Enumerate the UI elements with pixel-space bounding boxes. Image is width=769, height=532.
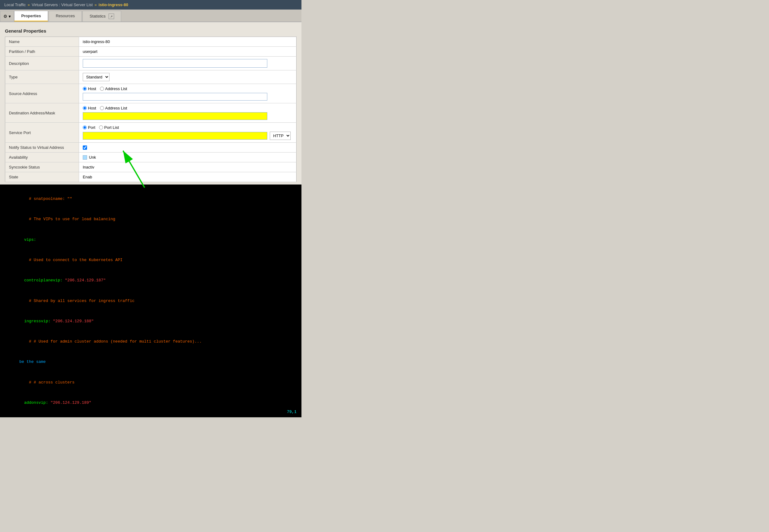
main-content: General Properties Name istio-ingress-80…	[0, 22, 301, 185]
description-label: Description	[5, 57, 79, 70]
source-addresslist-label: Address List	[105, 86, 127, 91]
service-port-label: Service Port	[5, 123, 79, 143]
description-input[interactable]	[83, 59, 267, 68]
section-title: General Properties	[5, 28, 297, 34]
table-row-availability: Availability Unk	[5, 153, 297, 162]
port-input[interactable]: 80	[83, 132, 267, 140]
notify-cell	[79, 143, 297, 153]
breadcrumb-arrow2: »	[94, 2, 97, 7]
availability-label: Availability	[5, 153, 79, 162]
breadcrumb-virtual-servers: Virtual Servers : Virtual Server List	[32, 2, 93, 7]
terminal-line-3: vips:	[5, 230, 297, 250]
dest-radio-group: Host Address List	[83, 106, 293, 110]
state-label: State	[5, 172, 79, 182]
table-row-name: Name istio-ingress-80	[5, 37, 297, 47]
terminal-line-11: addonsvip: "206.124.129.189"	[5, 393, 297, 413]
tab-resources[interactable]: Resources	[49, 11, 82, 22]
destination-address-input[interactable]: 206.124.129.188	[83, 112, 267, 120]
dest-addresslist-label: Address List	[105, 106, 127, 110]
table-row-notify: Notify Status to Virtual Address	[5, 143, 297, 153]
state-value: Enab	[79, 172, 297, 182]
dest-host-radio-label[interactable]: Host	[83, 106, 96, 110]
type-cell: Standard	[79, 70, 297, 84]
availability-value-cell: Unk	[83, 155, 293, 160]
port-list-radio-label[interactable]: Port List	[99, 125, 119, 130]
port-radio-label[interactable]: Port	[83, 125, 95, 130]
table-row-destination: Destination Address/Mask Host Address Li…	[5, 103, 297, 123]
destination-label: Destination Address/Mask	[5, 103, 79, 123]
dest-host-label: Host	[88, 106, 96, 110]
table-row-source: Source Address Host Address List 0.0.0.0…	[5, 84, 297, 103]
dest-host-radio[interactable]	[83, 106, 87, 110]
terminal-line-9: be the same	[5, 352, 297, 372]
notify-checkbox[interactable]	[83, 145, 87, 150]
tab-statistics[interactable]: Statistics ↗	[82, 11, 121, 22]
syncookie-value: Inactiv	[79, 162, 297, 172]
syncookie-label: Syncookie Status	[5, 162, 79, 172]
availability-value: Unk	[89, 155, 96, 160]
name-value: istio-ingress-80	[79, 37, 297, 47]
port-list-radio[interactable]	[99, 125, 103, 129]
tab-properties[interactable]: Properties	[14, 11, 48, 22]
port-label: Port	[88, 125, 95, 130]
header-breadcrumb: Local Traffic » Virtual Servers : Virtua…	[0, 0, 301, 10]
source-host-radio-label[interactable]: Host	[83, 86, 96, 91]
properties-table: Name istio-ingress-80 Partition / Path u…	[5, 37, 297, 182]
terminal-line-2: # The VIPs to use for load balancing	[5, 209, 297, 229]
gear-tab[interactable]: ⚙ ▾	[0, 11, 14, 22]
notify-checkbox-cell	[83, 145, 293, 150]
dest-addresslist-radio[interactable]	[100, 106, 104, 110]
source-host-label: Host	[88, 86, 96, 91]
source-host-radio[interactable]	[83, 87, 87, 91]
dest-addresslist-radio-label[interactable]: Address List	[100, 106, 127, 110]
service-port-cell: Port Port List 80 HTTP	[79, 123, 297, 143]
terminal-line-5: controlplanevip: "206.124.129.187"	[5, 270, 297, 291]
terminal-line-7: ingressvip: "206.124.129.188"	[5, 311, 297, 332]
breadcrumb-current: istio-ingress-80	[99, 2, 128, 7]
tab-bar: ⚙ ▾ Properties Resources Statistics ↗	[0, 10, 301, 22]
terminal-line-number: 79,1	[287, 410, 297, 414]
breadcrumb-local-traffic: Local Traffic	[4, 2, 26, 7]
port-radio-group: Port Port List	[83, 125, 293, 130]
terminal-line-8: # # Used for admin cluster addons (neede…	[5, 332, 297, 352]
source-address-label: Source Address	[5, 84, 79, 103]
table-row-partition: Partition / Path userpart	[5, 47, 297, 57]
notify-label: Notify Status to Virtual Address	[5, 143, 79, 153]
port-list-label: Port List	[104, 125, 119, 130]
terminal-overlay: # snatpoolname: "" # The VIPs to use for…	[0, 185, 301, 417]
description-cell	[79, 57, 297, 70]
type-select[interactable]: Standard	[83, 73, 110, 81]
breadcrumb-arrow1: »	[28, 2, 30, 7]
partition-value: userpart	[79, 47, 297, 57]
terminal-line-1: # snatpoolname: ""	[5, 189, 297, 209]
table-row-state: State Enab	[5, 172, 297, 182]
port-container: 80 HTTP	[83, 132, 293, 140]
destination-cell: Host Address List 206.124.129.188	[79, 103, 297, 123]
partition-label: Partition / Path	[5, 47, 79, 57]
terminal-line-6: # Shared by all services for ingress tra…	[5, 291, 297, 311]
table-row-type: Type Standard	[5, 70, 297, 84]
source-addresslist-radio[interactable]	[100, 87, 104, 91]
table-row-service-port: Service Port Port Port List 80	[5, 123, 297, 143]
source-address-input[interactable]: 0.0.0.0/0	[83, 93, 267, 101]
source-radio-group: Host Address List	[83, 86, 293, 91]
terminal-line-4: # Used to connect to the Kubernetes API	[5, 250, 297, 270]
terminal-line-10: # # across clusters	[5, 372, 297, 393]
availability-indicator	[83, 155, 87, 160]
table-row-syncookie: Syncookie Status Inactiv	[5, 162, 297, 172]
protocol-select[interactable]: HTTP	[270, 132, 291, 140]
source-address-cell: Host Address List 0.0.0.0/0	[79, 84, 297, 103]
table-row-description: Description	[5, 57, 297, 70]
port-radio[interactable]	[83, 125, 87, 129]
availability-cell: Unk	[79, 153, 297, 162]
source-addresslist-radio-label[interactable]: Address List	[100, 86, 127, 91]
type-label: Type	[5, 70, 79, 84]
external-link-icon[interactable]: ↗	[109, 14, 114, 19]
name-label: Name	[5, 37, 79, 47]
